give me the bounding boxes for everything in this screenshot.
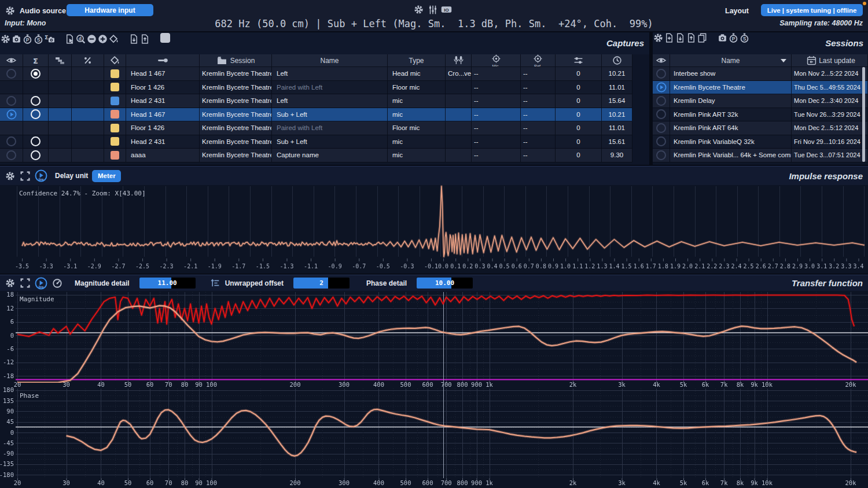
sort-descending-icon[interactable]	[781, 59, 786, 62]
play-icon[interactable]	[656, 82, 667, 93]
color-swatch[interactable]	[111, 97, 119, 105]
capture-color-cell[interactable]	[104, 149, 126, 162]
play-icon[interactable]	[6, 109, 17, 120]
mic-pair-column-header[interactable]	[446, 54, 472, 67]
visibility-ring[interactable]	[656, 150, 666, 160]
impulse-live-icon[interactable]: live	[35, 169, 47, 182]
capture-row[interactable]: Head 1 467Kremlin Bycetre TheatreSub + L…	[0, 108, 632, 122]
capture-active-indicator[interactable]	[0, 94, 23, 108]
mixer-icon[interactable]	[427, 4, 438, 15]
calendar-icon[interactable]	[806, 55, 817, 66]
gauge-icon[interactable]	[52, 278, 62, 289]
capture-row[interactable]: Head 2 431Kremlin Bycetre TheatreSub + L…	[0, 135, 632, 149]
sliders-h-icon[interactable]	[573, 55, 584, 66]
hardware-input-button[interactable]: Hardware input	[67, 4, 153, 16]
capture-sum-radio[interactable]	[23, 135, 49, 149]
visibility-ring[interactable]	[6, 96, 16, 106]
capture-color-cell[interactable]	[104, 121, 126, 135]
transfer-live-icon[interactable]: live	[35, 277, 47, 290]
capture-row[interactable]: Floor 1 426Kremlin Bycetre TheatrePaired…	[0, 81, 632, 95]
visibility-ring[interactable]	[656, 69, 666, 79]
capture-sum-radio[interactable]	[23, 81, 49, 95]
folder-icon[interactable]	[216, 55, 227, 66]
session-row[interactable]: Kremlin DelayMon Dec 2...3:40 2024	[653, 94, 868, 108]
transfer-settings-icon[interactable]	[5, 278, 16, 289]
capture-sum-radio[interactable]	[23, 121, 49, 135]
session-column-header[interactable]: Session	[200, 54, 272, 67]
microphone-column-header[interactable]	[126, 54, 200, 67]
eye-icon[interactable]	[656, 55, 667, 66]
capture-active-indicator[interactable]	[0, 121, 23, 135]
capture-sum-radio[interactable]	[23, 108, 49, 122]
session-active-indicator[interactable]	[653, 108, 670, 122]
capture-row[interactable]: aaaaKremlin Bycetre TheatreCapture namem…	[0, 149, 632, 162]
capture-row[interactable]: Floor 1 426Kremlin Bycetre TheatrePaired…	[0, 121, 632, 135]
target-icon[interactable]	[532, 54, 543, 64]
gear-icon[interactable]	[413, 4, 424, 15]
sessions-last-update-header[interactable]: Last update	[792, 54, 868, 67]
session-active-indicator[interactable]	[653, 94, 670, 108]
impulse-response-plot[interactable]	[0, 185, 868, 273]
capture-row[interactable]: Head 1 467Kremlin Bycetre TheatreLeftHea…	[0, 67, 632, 81]
sessions-scrollbar[interactable]	[862, 67, 865, 162]
color-swatch[interactable]	[111, 137, 119, 146]
group-column-header[interactable]	[49, 54, 72, 67]
capture-sum-radio[interactable]	[23, 149, 49, 162]
visibility-ring[interactable]	[656, 109, 666, 119]
sessions-name-header[interactable]: Name	[670, 54, 792, 67]
layout-label[interactable]: Layout	[725, 7, 749, 15]
capture-color-cell[interactable]	[104, 135, 126, 149]
color-swatch[interactable]	[111, 124, 119, 132]
session-active-indicator[interactable]	[653, 81, 670, 95]
unwrap-icon[interactable]	[210, 278, 221, 289]
capture-color-cell[interactable]	[104, 81, 126, 95]
group-icon[interactable]	[54, 55, 65, 66]
session-active-indicator[interactable]	[653, 149, 670, 162]
unwrapped-offset-spinner[interactable]: 2	[293, 278, 350, 289]
io-icon[interactable]: IO	[441, 4, 452, 15]
sum-radio[interactable]	[31, 69, 41, 79]
capture-row[interactable]: Head 2 431Kremlin Bycetre TheatreLeftmic…	[0, 94, 632, 108]
sigma-icon[interactable]: Σ	[30, 55, 41, 66]
capture-color-cell[interactable]	[104, 67, 126, 81]
gain-column-header[interactable]	[556, 54, 602, 67]
session-active-indicator[interactable]	[653, 121, 670, 135]
session-row[interactable]: Kremlin Bycetre TheatreThu Dec 5...49:55…	[653, 81, 868, 95]
color-swatch[interactable]	[111, 83, 119, 91]
sum-radio[interactable]	[31, 136, 41, 146]
session-row[interactable]: Kremlin Pink VariableQ 32kFri Nov 29...1…	[653, 135, 868, 149]
visibility-column-header[interactable]	[0, 54, 23, 67]
ref-position-column-header[interactable]: Ref.	[521, 54, 556, 67]
session-active-indicator[interactable]	[653, 67, 670, 81]
time-column-header[interactable]	[602, 54, 632, 67]
session-row[interactable]: Kremlin Pink Variabl... 64k + Some comme…	[653, 149, 868, 162]
color-swatch[interactable]	[111, 69, 119, 78]
color-swatch[interactable]	[111, 110, 119, 119]
visibility-ring[interactable]	[656, 96, 666, 106]
visibility-ring[interactable]	[6, 69, 16, 79]
session-row[interactable]: Interbee showMon Nov 2...5:22 2024	[653, 67, 868, 81]
capture-color-cell[interactable]	[104, 108, 126, 122]
sum-column-header[interactable]: Σ	[23, 54, 49, 67]
percent-column-header[interactable]	[72, 54, 104, 67]
capture-active-indicator[interactable]	[0, 81, 23, 95]
transfer-function-plot[interactable]	[0, 291, 868, 488]
capture-active-indicator[interactable]	[0, 135, 23, 149]
visibility-ring[interactable]	[6, 136, 16, 146]
percent-icon[interactable]	[82, 55, 93, 66]
mic-pair-icon[interactable]	[453, 55, 464, 66]
capture-color-cell[interactable]	[104, 94, 126, 108]
visibility-ring[interactable]	[6, 150, 16, 160]
sum-radio[interactable]	[31, 150, 41, 160]
target-icon[interactable]	[491, 54, 502, 64]
magnitude-detail-spinner[interactable]: 11.00	[139, 278, 196, 289]
capture-active-indicator[interactable]	[0, 108, 23, 122]
phase-detail-spinner[interactable]: 10.00	[417, 278, 473, 289]
capture-active-indicator[interactable]	[0, 149, 23, 162]
visibility-ring[interactable]	[656, 123, 666, 133]
type-column-header[interactable]: Type	[388, 54, 446, 67]
capture-sum-radio[interactable]	[23, 94, 49, 108]
sessions-visibility-header[interactable]	[653, 54, 670, 67]
session-row[interactable]: Kremlin Pink ART 64kMon Dec 2...5:12 202…	[653, 121, 868, 135]
capture-active-indicator[interactable]	[0, 67, 23, 81]
